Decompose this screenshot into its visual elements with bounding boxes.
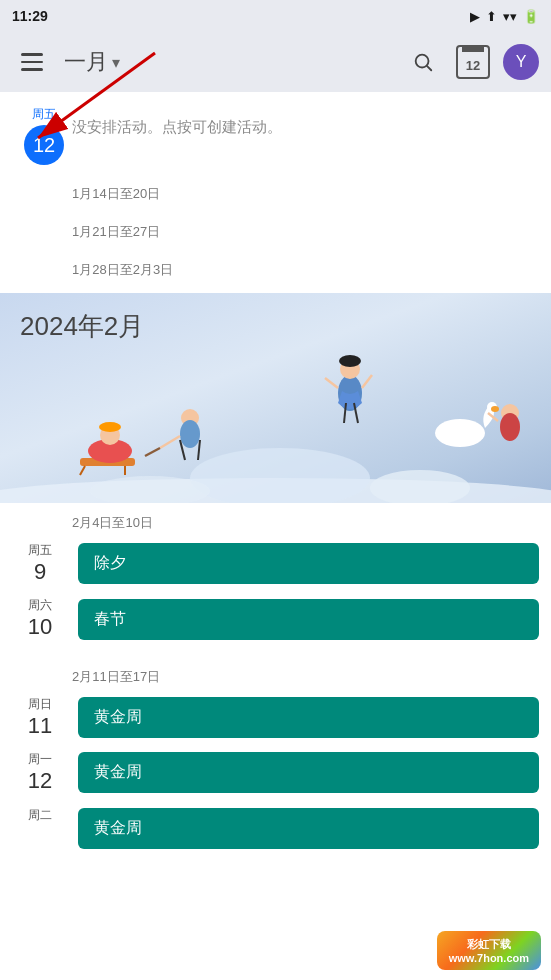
event-day-name-11: 周日 xyxy=(28,696,52,713)
content-area: 周五 12 没安排活动。点按可创建活动。 1月14日至20日 1月21日至27日… xyxy=(0,92,551,856)
today-day-number[interactable]: 12 xyxy=(24,125,64,165)
search-button[interactable] xyxy=(403,42,443,82)
event-day-number-11: 11 xyxy=(28,713,52,739)
svg-point-31 xyxy=(500,413,520,441)
section-1-divider: 2月4日至10日 xyxy=(0,503,551,536)
svg-line-22 xyxy=(198,440,200,460)
event-label-goldweek-12: 黄金周 xyxy=(94,763,142,780)
watermark: 彩虹下载 www.7hon.com xyxy=(437,931,541,970)
section-1-range: 2月4日至10日 xyxy=(72,515,153,530)
calendar-icon: 12 xyxy=(456,45,490,79)
event-chip-goldweek-13[interactable]: 黄金周 xyxy=(78,808,539,849)
svg-point-28 xyxy=(370,470,470,503)
week-range-label-3: 1月28日至2月3日 xyxy=(72,261,173,279)
today-day-name: 周五 xyxy=(32,106,56,123)
event-row-goldweek-13: 周二 13 黄金周 xyxy=(0,801,551,856)
status-time: 11:29 xyxy=(12,8,48,24)
event-date-13: 周二 13 xyxy=(12,807,68,850)
event-day-number-12: 12 xyxy=(28,768,52,794)
event-row-goldweek-12: 周一 12 黄金周 xyxy=(0,745,551,800)
event-date-9: 周五 9 xyxy=(12,542,68,585)
event-day-name-10: 周六 xyxy=(28,597,52,614)
event-label-chuxi: 除夕 xyxy=(94,554,126,571)
watermark-line1: 彩虹下载 xyxy=(467,937,511,952)
event-row-chunjie: 周六 10 春节 xyxy=(0,591,551,646)
app-bar: 一月 ▾ 12 Y xyxy=(0,32,551,92)
week-range-3: 1月28日至2月3日 xyxy=(0,247,551,285)
event-label-goldweek-13: 黄金周 xyxy=(94,819,142,836)
event-date-11: 周日 11 xyxy=(12,696,68,739)
event-day-number-10: 10 xyxy=(28,614,52,640)
svg-line-23 xyxy=(160,436,180,448)
svg-point-27 xyxy=(491,406,499,412)
month-title: 一月 xyxy=(64,47,108,77)
today-date-label: 周五 12 xyxy=(16,106,72,165)
week-range-1: 1月14日至20日 xyxy=(0,171,551,209)
event-date-10: 周六 10 xyxy=(12,597,68,640)
month-banner: 2024年2月 xyxy=(0,293,551,503)
current-date-section: 周五 12 没安排活动。点按可创建活动。 1月14日至20日 1月21日至27日… xyxy=(0,92,551,293)
event-label-chunjie: 春节 xyxy=(94,610,126,627)
event-day-name-9: 周五 xyxy=(28,542,52,559)
no-events-text[interactable]: 没安排活动。点按可创建活动。 xyxy=(72,106,535,139)
section-2-divider: 2月11日至17日 xyxy=(0,657,551,690)
event-chip-goldweek-11[interactable]: 黄金周 xyxy=(78,697,539,738)
svg-point-12 xyxy=(190,448,370,503)
winter-illustration xyxy=(0,333,551,503)
search-icon xyxy=(412,51,434,73)
event-chip-goldweek-12[interactable]: 黄金周 xyxy=(78,752,539,793)
event-day-name-13: 周二 xyxy=(28,807,52,824)
event-day-name-12: 周一 xyxy=(28,751,52,768)
svg-line-1 xyxy=(427,66,431,70)
week-range-label-2: 1月21日至27日 xyxy=(72,223,160,241)
svg-point-18 xyxy=(99,422,121,432)
event-day-number-9: 9 xyxy=(34,559,46,585)
data-icon: ⬆ xyxy=(486,9,497,24)
event-row-goldweek-11: 周日 11 黄金周 xyxy=(0,690,551,745)
event-date-12: 周一 12 xyxy=(12,751,68,794)
chevron-down-icon: ▾ xyxy=(112,53,120,72)
event-label-goldweek-11: 黄金周 xyxy=(94,708,142,725)
watermark-line2: www.7hon.com xyxy=(449,952,529,964)
watermark-box: 彩虹下载 www.7hon.com xyxy=(437,931,541,970)
calendar-today-button[interactable]: 12 xyxy=(453,42,493,82)
avatar[interactable]: Y xyxy=(503,44,539,80)
app-bar-actions: 12 Y xyxy=(403,42,539,82)
wifi-icon: ▾▾ xyxy=(503,9,517,24)
event-chip-chuxi[interactable]: 除夕 xyxy=(78,543,539,584)
svg-line-10 xyxy=(325,378,338,388)
play-icon: ▶ xyxy=(470,9,480,24)
event-chip-chunjie[interactable]: 春节 xyxy=(78,599,539,640)
app-bar-title[interactable]: 一月 ▾ xyxy=(64,47,391,77)
status-bar: 11:29 ▶ ⬆ ▾▾ 🔋 xyxy=(0,0,551,32)
event-row-chuxi: 周五 9 除夕 xyxy=(0,536,551,591)
svg-line-24 xyxy=(145,448,160,456)
week-range-2: 1月21日至27日 xyxy=(0,209,551,247)
section-2-range: 2月11日至17日 xyxy=(72,669,160,684)
battery-icon: 🔋 xyxy=(523,9,539,24)
svg-point-7 xyxy=(339,355,361,367)
status-icons: ▶ ⬆ ▾▾ 🔋 xyxy=(470,9,539,24)
svg-line-11 xyxy=(362,375,372,388)
menu-button[interactable] xyxy=(12,42,52,82)
hamburger-icon xyxy=(21,53,43,71)
week-range-label-1: 1月14日至20日 xyxy=(72,185,160,203)
today-row: 周五 12 没安排活动。点按可创建活动。 xyxy=(0,100,551,171)
svg-line-14 xyxy=(80,466,85,475)
svg-point-20 xyxy=(180,420,200,448)
svg-point-25 xyxy=(435,419,485,447)
month-banner-title: 2024年2月 xyxy=(20,309,144,344)
